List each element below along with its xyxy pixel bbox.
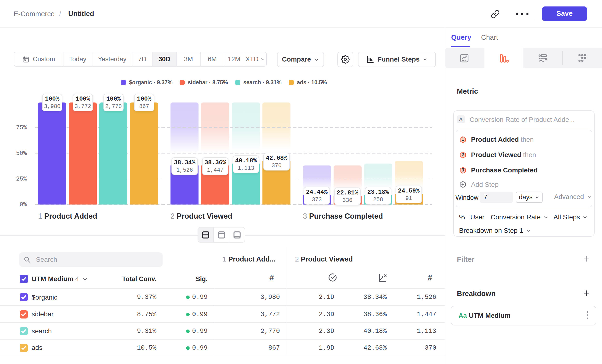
- svg-text:1: 1: [462, 137, 464, 142]
- svg-text:2: 2: [462, 152, 464, 157]
- svg-text:3: 3: [462, 167, 464, 172]
